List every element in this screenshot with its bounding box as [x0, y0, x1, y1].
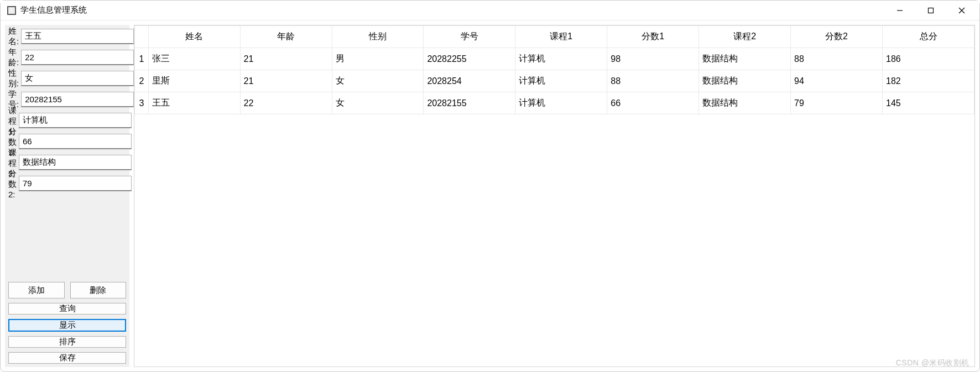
input-age[interactable] [21, 50, 134, 65]
maximize-icon [927, 7, 934, 14]
col-header[interactable]: 性别 [332, 26, 424, 48]
save-button[interactable]: 保存 [8, 352, 126, 364]
cell[interactable]: 数据结构 [699, 70, 791, 92]
cell[interactable]: 21 [240, 48, 332, 70]
button-group: 添加 删除 查询 显示 排序 保存 [8, 282, 126, 364]
cell[interactable]: 94 [791, 70, 883, 92]
table-row[interactable]: 1 张三 21 男 20282255 计算机 98 数据结构 88 186 [135, 48, 974, 70]
row-number[interactable]: 1 [135, 48, 149, 70]
cell[interactable]: 女 [332, 70, 424, 92]
table-row[interactable]: 2 里斯 21 女 2028254 计算机 88 数据结构 94 182 [135, 70, 974, 92]
cell[interactable]: 女 [332, 92, 424, 114]
col-header[interactable]: 年龄 [240, 26, 332, 48]
cell[interactable]: 20282155 [424, 92, 515, 114]
col-header[interactable]: 分数1 [607, 26, 699, 48]
label-name: 姓名: [8, 26, 21, 47]
close-icon [958, 7, 965, 14]
input-score1[interactable] [19, 134, 132, 149]
cell[interactable]: 王五 [148, 92, 240, 114]
field-gender: 性别: [8, 70, 126, 87]
cell[interactable]: 计算机 [515, 70, 607, 92]
field-age: 年龄: [8, 49, 126, 66]
col-header[interactable]: 课程1 [515, 26, 607, 48]
window-title: 学生信息管理系统 [20, 5, 87, 15]
cell[interactable]: 79 [791, 92, 883, 114]
cell[interactable]: 21 [240, 70, 332, 92]
cell[interactable]: 182 [883, 70, 974, 92]
cell[interactable]: 数据结构 [699, 92, 791, 114]
field-course1: 课程1: [8, 112, 126, 129]
sidebar-panel: 姓名: 年龄: 性别: 学号: 课程1: [5, 25, 129, 367]
cell[interactable]: 145 [883, 92, 974, 114]
field-student-id: 学号: [8, 91, 126, 108]
cell[interactable]: 2028254 [424, 70, 515, 92]
col-header[interactable]: 姓名 [148, 26, 240, 48]
label-score2: 分数2: [8, 169, 19, 199]
cell[interactable]: 数据结构 [699, 48, 791, 70]
content-area: 姓名: 年龄: 性别: 学号: 课程1: [1, 20, 979, 371]
form-fields: 姓名: 年龄: 性别: 学号: 课程1: [8, 28, 126, 196]
label-gender: 性别: [8, 68, 21, 89]
cell[interactable]: 20282255 [424, 48, 515, 70]
cell[interactable]: 88 [607, 70, 699, 92]
maximize-button[interactable] [915, 1, 946, 20]
input-course2[interactable] [19, 155, 132, 170]
cell[interactable]: 88 [791, 48, 883, 70]
cell[interactable]: 里斯 [148, 70, 240, 92]
delete-button[interactable]: 删除 [70, 282, 127, 298]
col-header[interactable]: 学号 [424, 26, 515, 48]
cell[interactable]: 186 [883, 48, 974, 70]
input-course1[interactable] [19, 113, 132, 128]
corner-cell [135, 26, 149, 48]
col-header[interactable]: 课程2 [699, 26, 791, 48]
field-name: 姓名: [8, 28, 126, 45]
minimize-button[interactable] [884, 1, 915, 20]
sort-button[interactable]: 排序 [8, 336, 126, 348]
display-button[interactable]: 显示 [8, 319, 126, 332]
add-button[interactable]: 添加 [8, 282, 65, 298]
field-course2: 课程2: [8, 154, 126, 171]
cell[interactable]: 计算机 [515, 92, 607, 114]
titlebar: 学生信息管理系统 [1, 1, 979, 20]
query-button[interactable]: 查询 [8, 303, 126, 315]
cell[interactable]: 计算机 [515, 48, 607, 70]
app-window: 学生信息管理系统 姓名: 年龄: 性别: [0, 0, 980, 372]
table-row[interactable]: 3 王五 22 女 20282155 计算机 66 数据结构 79 145 [135, 92, 974, 114]
app-icon [7, 6, 16, 15]
col-header[interactable]: 总分 [883, 26, 974, 48]
minimize-icon [896, 7, 903, 14]
svg-rect-1 [929, 8, 934, 13]
student-table: 姓名 年龄 性别 学号 课程1 分数1 课程2 分数2 总分 1 张三 [134, 25, 974, 114]
close-button[interactable] [946, 1, 977, 20]
field-score1: 分数1: [8, 133, 126, 150]
label-age: 年龄: [8, 47, 21, 68]
input-name[interactable] [21, 29, 134, 44]
cell[interactable]: 66 [607, 92, 699, 114]
table-area[interactable]: 姓名 年龄 性别 学号 课程1 分数1 课程2 分数2 总分 1 张三 [134, 25, 975, 367]
cell[interactable]: 张三 [148, 48, 240, 70]
input-gender[interactable] [21, 71, 134, 86]
col-header[interactable]: 分数2 [791, 26, 883, 48]
input-score2[interactable] [19, 176, 132, 191]
table-header-row: 姓名 年龄 性别 学号 课程1 分数1 课程2 分数2 总分 [135, 26, 974, 48]
row-number[interactable]: 2 [135, 70, 149, 92]
cell[interactable]: 98 [607, 48, 699, 70]
row-number[interactable]: 3 [135, 92, 149, 114]
cell[interactable]: 男 [332, 48, 424, 70]
input-student-id[interactable] [21, 92, 134, 107]
field-score2: 分数2: [8, 175, 126, 192]
cell[interactable]: 22 [240, 92, 332, 114]
